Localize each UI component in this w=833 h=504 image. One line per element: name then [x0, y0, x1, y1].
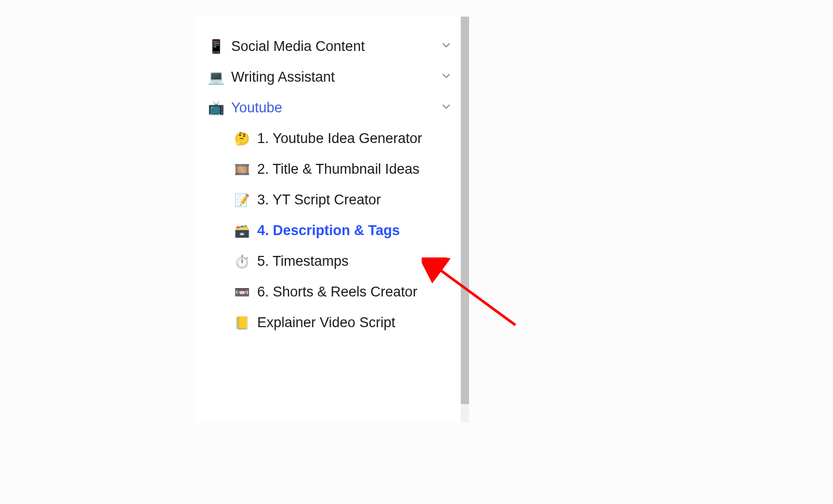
category-label: Social Media Content — [231, 38, 365, 55]
subitem-yt-script-creator[interactable]: 📝 3. YT Script Creator — [234, 185, 469, 215]
thinking-face-icon: 🤔 — [234, 132, 250, 146]
youtube-subitems: 🤔 1. Youtube Idea Generator 🎞️ 2. Title … — [208, 123, 469, 338]
category-left: 📱 Social Media Content — [208, 38, 365, 55]
category-label: Youtube — [231, 100, 282, 116]
card-file-box-icon: 🗃️ — [234, 224, 250, 238]
sidebar-panel: 📱 Social Media Content 💻 Writing Assista… — [197, 17, 469, 422]
scrollbar-track[interactable] — [461, 17, 469, 422]
category-writing-assistant[interactable]: 💻 Writing Assistant — [208, 62, 469, 93]
category-social-media-content[interactable]: 📱 Social Media Content — [208, 31, 469, 62]
sidebar-menu: 📱 Social Media Content 💻 Writing Assista… — [197, 17, 469, 338]
subitem-label: 3. YT Script Creator — [257, 192, 381, 208]
scrollbar-thumb[interactable] — [461, 17, 469, 404]
subitem-title-thumbnail-ideas[interactable]: 🎞️ 2. Title & Thumbnail Ideas — [234, 154, 469, 185]
subitem-description-tags[interactable]: 🗃️ 4. Description & Tags — [234, 215, 469, 246]
category-left: 📺 Youtube — [208, 100, 282, 116]
chevron-down-icon — [442, 72, 450, 83]
chevron-down-icon — [442, 41, 450, 52]
subitem-label: 4. Description & Tags — [257, 223, 400, 239]
film-icon: 🎞️ — [234, 162, 250, 177]
videocassette-icon: 📼 — [234, 285, 250, 300]
subitem-timestamps[interactable]: ⏱️ 5. Timestamps — [234, 246, 469, 277]
subitem-explainer-video-script[interactable]: 📒 Explainer Video Script — [234, 307, 469, 338]
subitem-shorts-reels-creator[interactable]: 📼 6. Shorts & Reels Creator — [234, 277, 469, 307]
laptop-icon: 💻 — [208, 69, 224, 85]
memo-icon: 📝 — [234, 193, 250, 208]
category-youtube[interactable]: 📺 Youtube — [208, 93, 469, 123]
subitem-youtube-idea-generator[interactable]: 🤔 1. Youtube Idea Generator — [234, 123, 469, 154]
category-left: 💻 Writing Assistant — [208, 69, 335, 85]
subitem-label: 2. Title & Thumbnail Ideas — [257, 161, 420, 177]
category-label: Writing Assistant — [231, 69, 335, 85]
subitem-label: 1. Youtube Idea Generator — [257, 131, 422, 147]
phone-icon: 📱 — [208, 38, 224, 55]
subitem-label: 5. Timestamps — [257, 253, 349, 269]
stopwatch-icon: ⏱️ — [234, 254, 250, 269]
subitem-label: Explainer Video Script — [257, 315, 395, 331]
ledger-icon: 📒 — [234, 316, 250, 330]
subitem-label: 6. Shorts & Reels Creator — [257, 284, 418, 300]
chevron-down-icon — [442, 102, 450, 113]
tv-icon: 📺 — [208, 100, 224, 116]
